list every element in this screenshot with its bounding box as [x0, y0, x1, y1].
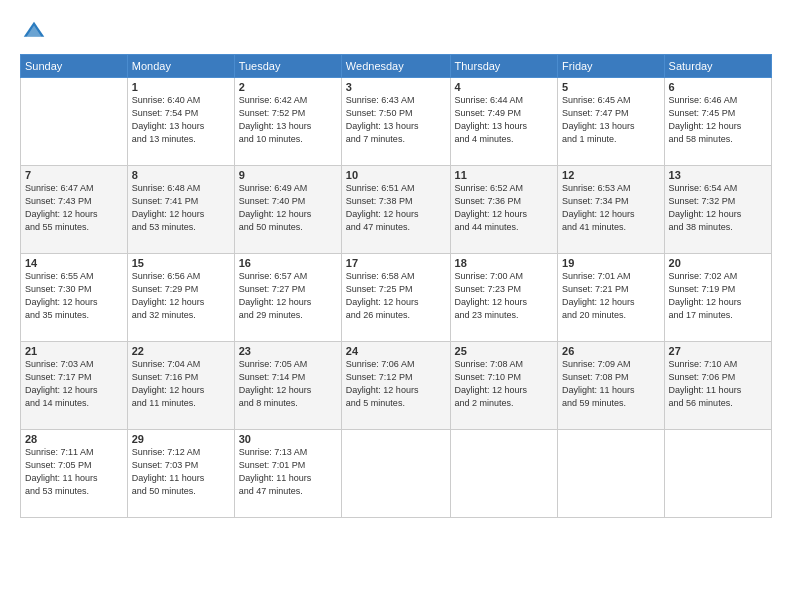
calendar-cell: 21Sunrise: 7:03 AMSunset: 7:17 PMDayligh… [21, 342, 128, 430]
day-info: Sunrise: 7:01 AMSunset: 7:21 PMDaylight:… [562, 270, 660, 322]
calendar-cell: 3Sunrise: 6:43 AMSunset: 7:50 PMDaylight… [341, 78, 450, 166]
calendar-header: SundayMondayTuesdayWednesdayThursdayFrid… [21, 55, 772, 78]
week-row-1: 1Sunrise: 6:40 AMSunset: 7:54 PMDaylight… [21, 78, 772, 166]
week-row-5: 28Sunrise: 7:11 AMSunset: 7:05 PMDayligh… [21, 430, 772, 518]
day-info: Sunrise: 7:05 AMSunset: 7:14 PMDaylight:… [239, 358, 337, 410]
day-number: 27 [669, 345, 767, 357]
day-number: 17 [346, 257, 446, 269]
calendar-cell [558, 430, 665, 518]
day-info: Sunrise: 7:09 AMSunset: 7:08 PMDaylight:… [562, 358, 660, 410]
day-number: 4 [455, 81, 554, 93]
calendar-cell [450, 430, 558, 518]
day-number: 25 [455, 345, 554, 357]
day-info: Sunrise: 6:49 AMSunset: 7:40 PMDaylight:… [239, 182, 337, 234]
day-number: 19 [562, 257, 660, 269]
calendar-cell [664, 430, 771, 518]
day-number: 7 [25, 169, 123, 181]
calendar-body: 1Sunrise: 6:40 AMSunset: 7:54 PMDaylight… [21, 78, 772, 518]
calendar-cell: 24Sunrise: 7:06 AMSunset: 7:12 PMDayligh… [341, 342, 450, 430]
day-number: 8 [132, 169, 230, 181]
calendar-cell: 11Sunrise: 6:52 AMSunset: 7:36 PMDayligh… [450, 166, 558, 254]
day-number: 10 [346, 169, 446, 181]
day-info: Sunrise: 7:10 AMSunset: 7:06 PMDaylight:… [669, 358, 767, 410]
day-info: Sunrise: 7:00 AMSunset: 7:23 PMDaylight:… [455, 270, 554, 322]
day-number: 26 [562, 345, 660, 357]
day-number: 2 [239, 81, 337, 93]
day-number: 28 [25, 433, 123, 445]
calendar-cell: 28Sunrise: 7:11 AMSunset: 7:05 PMDayligh… [21, 430, 128, 518]
header-sunday: Sunday [21, 55, 128, 78]
calendar-cell: 6Sunrise: 6:46 AMSunset: 7:45 PMDaylight… [664, 78, 771, 166]
day-number: 13 [669, 169, 767, 181]
calendar-cell: 20Sunrise: 7:02 AMSunset: 7:19 PMDayligh… [664, 254, 771, 342]
day-info: Sunrise: 7:06 AMSunset: 7:12 PMDaylight:… [346, 358, 446, 410]
day-info: Sunrise: 6:58 AMSunset: 7:25 PMDaylight:… [346, 270, 446, 322]
day-info: Sunrise: 6:56 AMSunset: 7:29 PMDaylight:… [132, 270, 230, 322]
day-number: 20 [669, 257, 767, 269]
calendar-cell: 22Sunrise: 7:04 AMSunset: 7:16 PMDayligh… [127, 342, 234, 430]
day-info: Sunrise: 6:52 AMSunset: 7:36 PMDaylight:… [455, 182, 554, 234]
day-number: 3 [346, 81, 446, 93]
day-info: Sunrise: 7:03 AMSunset: 7:17 PMDaylight:… [25, 358, 123, 410]
day-number: 18 [455, 257, 554, 269]
day-info: Sunrise: 6:45 AMSunset: 7:47 PMDaylight:… [562, 94, 660, 146]
header-friday: Friday [558, 55, 665, 78]
header-tuesday: Tuesday [234, 55, 341, 78]
calendar-cell: 30Sunrise: 7:13 AMSunset: 7:01 PMDayligh… [234, 430, 341, 518]
day-number: 30 [239, 433, 337, 445]
calendar-cell: 1Sunrise: 6:40 AMSunset: 7:54 PMDaylight… [127, 78, 234, 166]
calendar-cell: 27Sunrise: 7:10 AMSunset: 7:06 PMDayligh… [664, 342, 771, 430]
day-number: 9 [239, 169, 337, 181]
calendar-cell: 13Sunrise: 6:54 AMSunset: 7:32 PMDayligh… [664, 166, 771, 254]
day-info: Sunrise: 6:44 AMSunset: 7:49 PMDaylight:… [455, 94, 554, 146]
calendar: SundayMondayTuesdayWednesdayThursdayFrid… [20, 54, 772, 518]
header-saturday: Saturday [664, 55, 771, 78]
day-info: Sunrise: 6:40 AMSunset: 7:54 PMDaylight:… [132, 94, 230, 146]
day-info: Sunrise: 6:55 AMSunset: 7:30 PMDaylight:… [25, 270, 123, 322]
day-info: Sunrise: 6:57 AMSunset: 7:27 PMDaylight:… [239, 270, 337, 322]
day-info: Sunrise: 6:46 AMSunset: 7:45 PMDaylight:… [669, 94, 767, 146]
day-number: 15 [132, 257, 230, 269]
calendar-cell: 7Sunrise: 6:47 AMSunset: 7:43 PMDaylight… [21, 166, 128, 254]
calendar-cell [341, 430, 450, 518]
day-info: Sunrise: 6:54 AMSunset: 7:32 PMDaylight:… [669, 182, 767, 234]
logo [20, 18, 52, 46]
calendar-cell: 17Sunrise: 6:58 AMSunset: 7:25 PMDayligh… [341, 254, 450, 342]
day-info: Sunrise: 7:12 AMSunset: 7:03 PMDaylight:… [132, 446, 230, 498]
day-info: Sunrise: 6:51 AMSunset: 7:38 PMDaylight:… [346, 182, 446, 234]
day-number: 1 [132, 81, 230, 93]
calendar-cell: 16Sunrise: 6:57 AMSunset: 7:27 PMDayligh… [234, 254, 341, 342]
calendar-cell: 19Sunrise: 7:01 AMSunset: 7:21 PMDayligh… [558, 254, 665, 342]
day-info: Sunrise: 7:04 AMSunset: 7:16 PMDaylight:… [132, 358, 230, 410]
calendar-cell: 10Sunrise: 6:51 AMSunset: 7:38 PMDayligh… [341, 166, 450, 254]
calendar-cell: 8Sunrise: 6:48 AMSunset: 7:41 PMDaylight… [127, 166, 234, 254]
calendar-cell: 15Sunrise: 6:56 AMSunset: 7:29 PMDayligh… [127, 254, 234, 342]
week-row-4: 21Sunrise: 7:03 AMSunset: 7:17 PMDayligh… [21, 342, 772, 430]
day-number: 29 [132, 433, 230, 445]
day-info: Sunrise: 7:11 AMSunset: 7:05 PMDaylight:… [25, 446, 123, 498]
day-number: 12 [562, 169, 660, 181]
day-number: 23 [239, 345, 337, 357]
day-number: 22 [132, 345, 230, 357]
header-thursday: Thursday [450, 55, 558, 78]
day-number: 24 [346, 345, 446, 357]
day-number: 14 [25, 257, 123, 269]
calendar-cell: 9Sunrise: 6:49 AMSunset: 7:40 PMDaylight… [234, 166, 341, 254]
calendar-cell: 12Sunrise: 6:53 AMSunset: 7:34 PMDayligh… [558, 166, 665, 254]
week-row-2: 7Sunrise: 6:47 AMSunset: 7:43 PMDaylight… [21, 166, 772, 254]
day-number: 6 [669, 81, 767, 93]
header-row: SundayMondayTuesdayWednesdayThursdayFrid… [21, 55, 772, 78]
calendar-cell: 25Sunrise: 7:08 AMSunset: 7:10 PMDayligh… [450, 342, 558, 430]
calendar-cell: 5Sunrise: 6:45 AMSunset: 7:47 PMDaylight… [558, 78, 665, 166]
day-info: Sunrise: 6:43 AMSunset: 7:50 PMDaylight:… [346, 94, 446, 146]
day-info: Sunrise: 7:08 AMSunset: 7:10 PMDaylight:… [455, 358, 554, 410]
calendar-cell: 23Sunrise: 7:05 AMSunset: 7:14 PMDayligh… [234, 342, 341, 430]
header-wednesday: Wednesday [341, 55, 450, 78]
day-info: Sunrise: 6:53 AMSunset: 7:34 PMDaylight:… [562, 182, 660, 234]
logo-icon [20, 18, 48, 46]
header-monday: Monday [127, 55, 234, 78]
calendar-cell: 4Sunrise: 6:44 AMSunset: 7:49 PMDaylight… [450, 78, 558, 166]
day-number: 5 [562, 81, 660, 93]
calendar-cell: 2Sunrise: 6:42 AMSunset: 7:52 PMDaylight… [234, 78, 341, 166]
calendar-cell: 26Sunrise: 7:09 AMSunset: 7:08 PMDayligh… [558, 342, 665, 430]
